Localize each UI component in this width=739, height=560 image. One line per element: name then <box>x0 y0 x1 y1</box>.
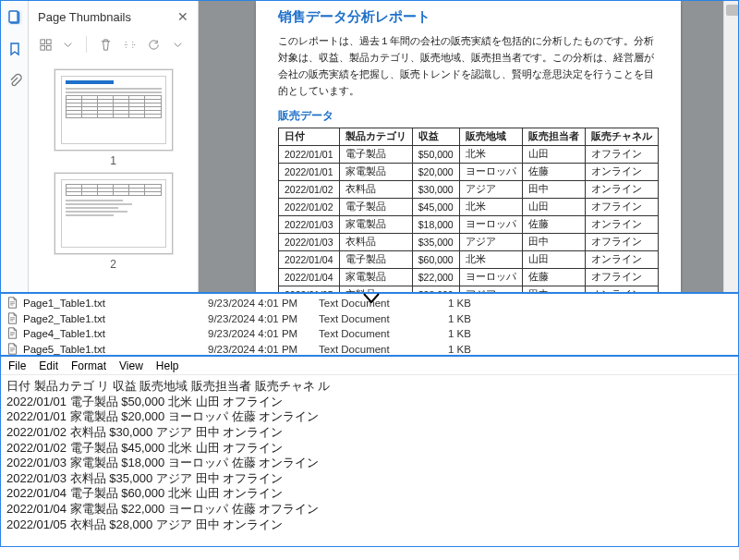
menu-format[interactable]: Format <box>71 359 106 372</box>
thumbnail-page-num: 1 <box>38 154 188 167</box>
column-header: 製品カテゴリ <box>339 128 412 146</box>
svg-rect-1 <box>9 11 18 22</box>
attachment-icon[interactable] <box>7 73 22 88</box>
file-size: 1 KB <box>448 313 503 324</box>
menu-view[interactable]: View <box>119 359 143 372</box>
column-header: 販売担当者 <box>522 128 585 146</box>
sales-table: 日付製品カテゴリ収益販売地域販売担当者販売チャネル 2022/01/01電子製品… <box>278 128 659 292</box>
table-row: 2022/01/05衣料品$28,000アジア田中オンライン <box>279 286 659 292</box>
zoom-out-icon[interactable] <box>122 37 137 52</box>
table-row: 2022/01/03衣料品$35,000アジア田中オフライン <box>279 234 659 251</box>
svg-rect-2 <box>40 39 44 43</box>
table-row: 2022/01/02衣料品$30,000アジア田中オンライン <box>279 181 659 199</box>
file-type: Text Document <box>319 313 448 324</box>
section-heading: 販売データ <box>278 108 659 124</box>
table-row: 2022/01/04電子製品$60,000北米山田オンライン <box>279 251 659 269</box>
table-row: 2022/01/04家電製品$22,000ヨーロッパ佐藤オフライン <box>279 269 659 286</box>
pdf-viewer-pane: Page Thumbnails ✕ 1 <box>0 0 739 294</box>
table-row: 2022/01/02電子製品$45,000北米山田オフライン <box>279 199 659 216</box>
thumbnails-list[interactable]: 1 2 <box>29 58 198 292</box>
report-title: 销售データ分析レポート <box>278 8 659 26</box>
menu-file[interactable]: File <box>8 359 26 372</box>
text-file-icon <box>6 343 19 356</box>
thumbnail-page-num: 2 <box>38 258 188 271</box>
text-file-icon <box>6 312 19 325</box>
notepad-text-area[interactable]: 日付 製品カテゴ リ 収益 販売地域 販売担当者 販売チャネ ル 2022/01… <box>1 375 738 546</box>
column-header: 販売チャネル <box>585 128 658 146</box>
column-header: 収益 <box>412 128 459 146</box>
svg-rect-3 <box>46 39 51 43</box>
bookmark-icon[interactable] <box>7 42 22 56</box>
column-header: 販売地域 <box>459 128 522 146</box>
thumbnails-header: Page Thumbnails ✕ <box>29 1 198 32</box>
menubar: File Edit Format View Help <box>1 357 738 375</box>
navigation-rail <box>1 1 29 292</box>
file-row[interactable]: Page5_Table1.txt9/23/2024 4:01 PMText Do… <box>1 342 738 358</box>
report-intro: このレポートは、過去１年間の会社の販売実績を包括的に分析したものです。分析対象は… <box>278 33 659 99</box>
file-type: Text Document <box>319 328 448 339</box>
file-size: 1 KB <box>448 298 503 309</box>
document-viewport[interactable]: 销售データ分析レポート このレポートは、過去１年間の会社の販売実績を包括的に分析… <box>199 1 738 292</box>
file-date: 9/23/2024 4:01 PM <box>208 344 319 355</box>
file-name: Page1_Table1.txt <box>23 298 208 309</box>
table-row: 2022/01/03家電製品$18,000ヨーロッパ佐藤オンライン <box>279 216 659 234</box>
text-file-icon <box>6 297 19 310</box>
scrollbar-thumb[interactable] <box>726 5 738 16</box>
trash-icon[interactable] <box>98 37 113 52</box>
file-row[interactable]: Page4_Table1.txt9/23/2024 4:01 PMText Do… <box>1 326 738 342</box>
document-page: 销售データ分析レポート このレポートは、過去１年間の会社の販売実績を包括的に分析… <box>256 1 681 292</box>
file-date: 9/23/2024 4:01 PM <box>208 298 319 309</box>
chevron-down-icon[interactable] <box>170 37 185 52</box>
svg-rect-5 <box>46 45 51 50</box>
svg-rect-4 <box>40 45 44 50</box>
rotate-icon[interactable] <box>146 37 161 52</box>
file-name: Page5_Table1.txt <box>23 344 208 355</box>
chevron-down-icon[interactable] <box>60 37 75 52</box>
notepad-pane: File Edit Format View Help 日付 製品カテゴ リ 収益… <box>0 357 739 547</box>
thumbnails-icon[interactable] <box>7 10 22 25</box>
file-type: Text Document <box>319 344 448 355</box>
thumbnails-panel: Page Thumbnails ✕ 1 <box>29 1 199 292</box>
file-date: 9/23/2024 4:01 PM <box>208 313 319 324</box>
file-type: Text Document <box>319 298 448 309</box>
thumbnails-toolbar <box>29 32 198 58</box>
grid-icon[interactable] <box>38 37 53 52</box>
close-icon[interactable]: ✕ <box>177 9 188 24</box>
menu-help[interactable]: Help <box>156 359 179 372</box>
menu-edit[interactable]: Edit <box>39 359 58 372</box>
file-name: Page4_Table1.txt <box>23 328 208 339</box>
file-row[interactable]: Page2_Table1.txt9/23/2024 4:01 PMText Do… <box>1 311 738 327</box>
arrow-down-icon <box>362 292 381 305</box>
vertical-scrollbar[interactable] <box>723 1 738 292</box>
file-size: 1 KB <box>448 344 503 355</box>
table-row: 2022/01/01電子製品$50,000北米山田オフライン <box>279 146 659 164</box>
thumbnails-title: Page Thumbnails <box>38 10 131 24</box>
text-file-icon <box>6 327 19 340</box>
page-thumbnail[interactable] <box>55 173 173 254</box>
file-name: Page2_Table1.txt <box>23 313 208 324</box>
file-size: 1 KB <box>448 328 503 339</box>
column-header: 日付 <box>279 128 340 146</box>
file-date: 9/23/2024 4:01 PM <box>208 328 319 339</box>
page-thumbnail[interactable] <box>55 69 173 151</box>
table-row: 2022/01/01家電製品$20,000ヨーロッパ佐藤オンライン <box>279 164 659 181</box>
